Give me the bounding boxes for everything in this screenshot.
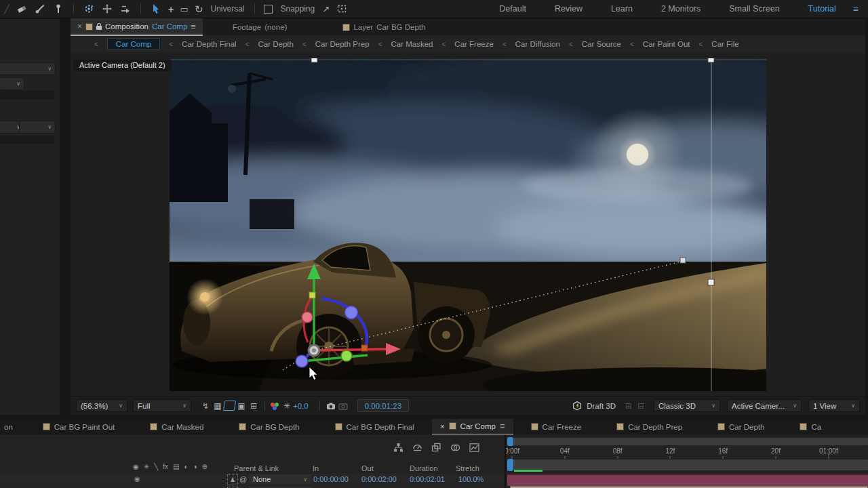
current-time-indicator-handle[interactable] <box>507 459 513 471</box>
draft-3d-toggle[interactable]: Draft 3D <box>572 401 616 411</box>
region-of-interest-icon[interactable]: ⊞ <box>248 401 260 411</box>
camera-view-dropdown[interactable]: Active Camer...∨ <box>727 399 802 412</box>
motion-blur-icon[interactable] <box>450 443 460 453</box>
label-color-swatch[interactable] <box>150 423 157 430</box>
switch-icon[interactable]: ⊕ <box>201 463 207 470</box>
exposure-value[interactable]: +0.0 <box>293 402 309 410</box>
label-color-swatch[interactable] <box>800 423 807 430</box>
selection-tool-icon[interactable] <box>150 3 162 15</box>
work-area-bar[interactable] <box>507 460 868 470</box>
current-time-indicator[interactable] <box>507 437 513 446</box>
transparency-grid-icon[interactable]: ▦ <box>212 401 224 411</box>
mask-visibility-icon[interactable]: ▣ <box>235 401 248 411</box>
active-camera-label[interactable]: Active Camera (Default 2) <box>73 60 172 71</box>
workspace-tab[interactable]: Small Screen <box>715 0 793 18</box>
rotation-tool-icon[interactable]: ↻ <box>195 4 203 14</box>
tab-layer[interactable]: Layer Car BG Depth <box>336 19 432 35</box>
timeline-tab[interactable]: × Car Depth Prep ≡ <box>599 419 700 434</box>
workspace-tab[interactable]: Review <box>540 0 597 18</box>
workspace-tab[interactable]: Learn <box>597 0 647 18</box>
breadcrumb-item[interactable]: < Car Source <box>560 40 621 48</box>
label-color-swatch[interactable] <box>239 423 246 430</box>
character-icon[interactable]: ♟ <box>227 474 238 485</box>
breadcrumb-item[interactable]: < Car Diffusion <box>494 40 560 48</box>
layer-duration-bar[interactable] <box>507 474 868 486</box>
timeline-tab[interactable]: × Ca ≡ <box>782 419 839 434</box>
timeline-tab[interactable]: × Car Comp ≡ <box>432 419 513 434</box>
label-color-swatch[interactable] <box>531 423 538 430</box>
switch-icon[interactable]: ✳ <box>144 463 149 470</box>
breadcrumb-item[interactable]: < Car File <box>690 40 739 48</box>
label-color-swatch[interactable] <box>717 423 725 430</box>
resolution-dropdown[interactable]: Full∨ <box>133 399 191 412</box>
graph-editor-icon[interactable] <box>469 443 479 453</box>
column-out[interactable]: Out <box>361 464 374 472</box>
gizmo-mode-label[interactable]: Universal <box>210 4 244 14</box>
parent-dropdown[interactable]: None∨ <box>249 474 311 484</box>
magnification-dropdown[interactable]: (56.3%)∨ <box>76 399 127 412</box>
time-ruler[interactable]: 0:00f04f08f12f16f20f01:00f <box>506 446 868 459</box>
panel-menu-icon[interactable]: ≡ <box>191 22 196 32</box>
breadcrumb-item[interactable]: < Car Paint Out <box>621 40 690 48</box>
clipped-field[interactable] <box>0 136 54 144</box>
switch-icon[interactable]: ▤ <box>173 463 179 470</box>
ground-plane-icon[interactable]: ⊞ <box>623 401 635 411</box>
label-color-swatch[interactable] <box>449 422 456 430</box>
preview-timecode[interactable]: 0:00:01:23 <box>357 399 409 412</box>
breadcrumb-item[interactable]: < Car Freeze <box>433 40 494 48</box>
layers-icon[interactable] <box>431 443 441 453</box>
out-value[interactable]: 0:00:02:00 <box>361 475 397 483</box>
column-parent-link[interactable]: Parent & Link <box>234 464 279 472</box>
region-capture-icon[interactable] <box>336 3 348 15</box>
tab-composition[interactable]: × Composition Car Comp ≡ <box>71 18 203 36</box>
workspace-menu-icon[interactable]: ≡ <box>850 3 868 14</box>
eraser-tool-icon[interactable] <box>16 3 28 15</box>
clipped-tool-icon[interactable]: ╱ <box>4 5 9 14</box>
clipped-field[interactable] <box>0 91 54 99</box>
layer-row[interactable]: ◉ ♟ @ None∨ 0:00:00:00 0:00:02:00 0:00:0… <box>0 474 505 485</box>
workspace-tab[interactable]: 2 Monitors <box>647 0 715 18</box>
pane-divider[interactable] <box>505 434 506 488</box>
column-stretch[interactable]: Stretch <box>456 464 479 472</box>
comp-mini-flowchart-icon[interactable] <box>393 443 403 453</box>
switch-icon[interactable]: ◉ <box>133 463 139 470</box>
work-area-bar[interactable] <box>507 438 868 445</box>
tab-footage[interactable]: Footage (none) <box>226 19 294 35</box>
duration-value[interactable]: 0:00:02:01 <box>410 475 445 483</box>
clipped-dropdown[interactable]: ∨ <box>19 121 56 134</box>
label-color-swatch[interactable] <box>342 24 350 31</box>
source-dropdown[interactable]: urce∨ <box>0 62 56 75</box>
close-icon[interactable]: × <box>77 22 82 31</box>
timeline-tab[interactable]: × Car Freeze ≡ <box>513 419 599 434</box>
stretch-value[interactable]: 100.0% <box>458 475 484 483</box>
show-snapshot-icon[interactable] <box>337 401 349 411</box>
timeline-tab[interactable]: × on ≡ <box>0 419 25 434</box>
label-color-swatch[interactable] <box>335 423 342 430</box>
timeline-tab[interactable]: × Car Masked ≡ <box>132 419 221 434</box>
breadcrumb-item[interactable]: < Car Depth <box>237 40 294 48</box>
channel-rgb-icon[interactable] <box>270 401 281 411</box>
comp-canvas[interactable] <box>170 58 766 391</box>
pan-camera-tool-icon[interactable] <box>101 3 113 15</box>
composition-viewport[interactable]: Active Camera (Default 2) <box>71 53 865 396</box>
render-gauge-icon[interactable] <box>412 443 422 453</box>
workspace-tab[interactable]: Tutorial <box>794 0 850 18</box>
label-color-swatch[interactable] <box>616 423 624 430</box>
switch-icon[interactable]: fx <box>163 463 168 470</box>
label-color-swatch[interactable] <box>85 23 93 30</box>
switch-icon[interactable]: ◑ <box>193 463 197 470</box>
extended-viewer-icon[interactable]: ⊟ <box>635 401 647 411</box>
snapping-label[interactable]: Snapping <box>280 4 315 14</box>
breadcrumb-item[interactable]: < Car Comp <box>85 38 160 50</box>
zoom-cursor-icon[interactable]: ↗ <box>322 5 330 14</box>
renderer-dropdown[interactable]: Classic 3D∨ <box>654 399 720 412</box>
in-value[interactable]: 0:00:00:00 <box>313 475 349 483</box>
column-in[interactable]: In <box>313 464 319 472</box>
timeline-tab[interactable]: × Car BG Depth Final ≡ <box>317 419 432 434</box>
mask-shape-tool-icon[interactable]: ▭ <box>180 5 189 14</box>
view-layout-dropdown[interactable]: 1 View∨ <box>808 399 860 412</box>
breadcrumb-item[interactable]: < Car Depth Final <box>160 40 236 48</box>
pickwhip-icon[interactable]: @ <box>239 475 247 483</box>
column-duration[interactable]: Duration <box>410 464 438 472</box>
label-color-swatch[interactable] <box>43 423 50 430</box>
